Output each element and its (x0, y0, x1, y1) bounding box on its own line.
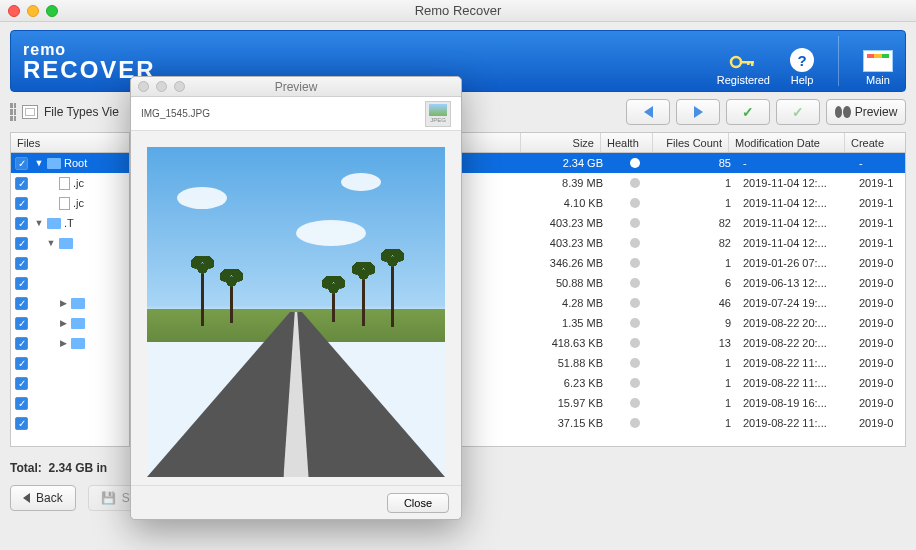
cell-size: 37.15 KB (529, 413, 609, 433)
cell-size: 403.23 MB (529, 213, 609, 233)
disclosure-icon[interactable]: ▼ (34, 158, 44, 168)
tree-row[interactable] (11, 353, 129, 373)
main-button[interactable]: Main (863, 50, 893, 86)
checkbox[interactable] (15, 357, 28, 370)
checkbox[interactable] (15, 217, 28, 230)
cell-health (609, 213, 661, 233)
tree-row[interactable] (11, 393, 129, 413)
disclosure-icon[interactable]: ▼ (34, 218, 44, 228)
disclosure-icon[interactable]: ▶ (58, 298, 68, 308)
tree-row[interactable] (11, 253, 129, 273)
tree-body[interactable]: ▼Root.jc.jc▼.T▼▶▶▶ (11, 153, 129, 446)
window-maximize-icon[interactable] (46, 5, 58, 17)
cell-count: 1 (661, 393, 737, 413)
checkbox[interactable] (15, 277, 28, 290)
tree-row[interactable] (11, 373, 129, 393)
preview-fileinfo: IMG_1545.JPG JPEG (131, 97, 461, 131)
col-size[interactable]: Size (521, 133, 601, 152)
tree-row[interactable]: .jc (11, 193, 129, 213)
preview-min-icon[interactable] (156, 81, 167, 92)
help-button[interactable]: ? Help (790, 48, 814, 86)
nav-forward-button[interactable] (676, 99, 720, 125)
checkbox[interactable] (15, 297, 28, 310)
checkbox[interactable] (15, 417, 28, 430)
view-switcher[interactable]: File Types Vie (10, 103, 119, 121)
check-button[interactable]: ✓ (726, 99, 770, 125)
health-dot-icon (630, 338, 640, 348)
health-dot-icon (630, 358, 640, 368)
uncheck-button[interactable]: ✓ (776, 99, 820, 125)
cell-size: 15.97 KB (529, 393, 609, 413)
col-count[interactable]: Files Count (653, 133, 729, 152)
tree-row[interactable]: .jc (11, 173, 129, 193)
col-mdate[interactable]: Modification Date (729, 133, 845, 152)
total-value: 2.34 GB in (48, 461, 107, 475)
file-icon (59, 177, 70, 190)
checkbox[interactable] (15, 337, 28, 350)
folder-icon (47, 158, 61, 169)
main-label: Main (866, 74, 890, 86)
cell-count: 46 (661, 293, 737, 313)
disclosure-icon[interactable]: ▶ (58, 338, 68, 348)
disclosure-icon[interactable]: ▶ (58, 318, 68, 328)
cell-count: 1 (661, 353, 737, 373)
cell-health (609, 233, 661, 253)
tree-row[interactable]: ▶ (11, 313, 129, 333)
preview-close-icon[interactable] (138, 81, 149, 92)
folder-icon (71, 298, 85, 309)
checkbox[interactable] (15, 237, 28, 250)
preview-titlebar[interactable]: Preview (131, 77, 461, 97)
col-cdate[interactable]: Create (845, 133, 905, 152)
disclosure-icon[interactable]: ▼ (46, 238, 56, 248)
cell-count: 9 (661, 313, 737, 333)
checkbox[interactable] (15, 177, 28, 190)
cell-mdate: 2019-08-22 11:... (737, 353, 853, 373)
health-dot-icon (630, 298, 640, 308)
nav-back-button[interactable] (626, 99, 670, 125)
preview-close-button[interactable]: Close (387, 493, 449, 513)
window-close-icon[interactable] (8, 5, 20, 17)
tree-row[interactable] (11, 273, 129, 293)
cell-health (609, 413, 661, 433)
cell-cdate: 2019-0 (853, 313, 905, 333)
tree-row[interactable]: ▼ (11, 233, 129, 253)
checkbox[interactable] (15, 397, 28, 410)
tree-row[interactable]: ▼Root (11, 153, 129, 173)
separator (838, 36, 839, 86)
checkbox[interactable] (15, 317, 28, 330)
arrow-back-icon (23, 493, 30, 503)
checkbox[interactable] (15, 257, 28, 270)
cell-cdate: 2019-0 (853, 333, 905, 353)
folder-icon (71, 338, 85, 349)
cell-size: 6.23 KB (529, 373, 609, 393)
cell-size: 4.28 MB (529, 293, 609, 313)
cell-health (609, 293, 661, 313)
cell-health (609, 153, 661, 173)
preview-max-icon[interactable] (174, 81, 185, 92)
health-dot-icon (630, 258, 640, 268)
key-icon (729, 52, 757, 72)
col-health[interactable]: Health (601, 133, 653, 152)
cell-health (609, 273, 661, 293)
tree-row[interactable] (11, 413, 129, 433)
checkbox[interactable] (15, 377, 28, 390)
tree-row[interactable]: ▶ (11, 333, 129, 353)
tree-row[interactable]: ▶ (11, 293, 129, 313)
cell-count: 13 (661, 333, 737, 353)
back-button[interactable]: Back (10, 485, 76, 511)
registered-button[interactable]: Registered (717, 52, 770, 86)
health-dot-icon (630, 398, 640, 408)
health-dot-icon (630, 218, 640, 228)
tree-row[interactable]: ▼.T (11, 213, 129, 233)
checkbox[interactable] (15, 157, 28, 170)
cell-size: 4.10 KB (529, 193, 609, 213)
window-minimize-icon[interactable] (27, 5, 39, 17)
view-label: File Types Vie (44, 105, 119, 119)
cell-size: 403.23 MB (529, 233, 609, 253)
help-label: Help (791, 74, 814, 86)
tree-label: .T (64, 217, 74, 229)
preview-button[interactable]: Preview (826, 99, 906, 125)
cell-cdate: 2019-0 (853, 373, 905, 393)
cell-cdate: 2019-0 (853, 253, 905, 273)
checkbox[interactable] (15, 197, 28, 210)
